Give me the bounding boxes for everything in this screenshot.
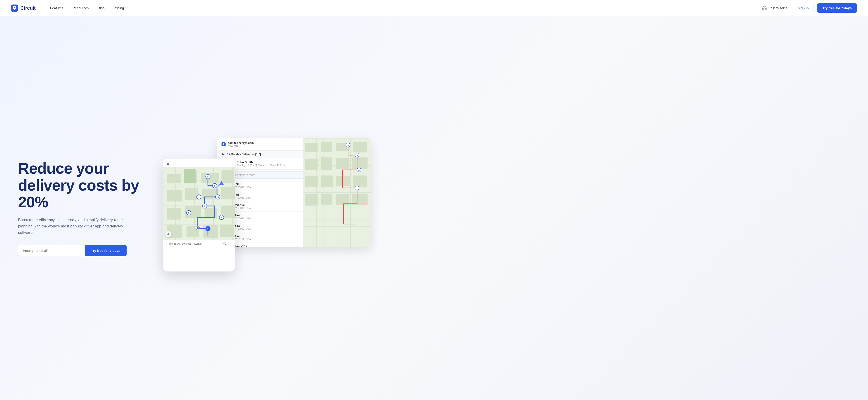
- navbar: Circuit Features Resources Blog Pricing …: [0, 0, 868, 16]
- nav-blog[interactable]: Blog: [94, 4, 108, 12]
- hero-content: Reduce your delivery costs by 20% Boost …: [18, 160, 149, 257]
- mobile-map-area: 9 8 10 1 7 2 3 5: [163, 168, 235, 240]
- mobile-footer-icons: 🔍 ⋮: [223, 242, 231, 245]
- hero-subtitle: Boost route efficiency, scale easily, an…: [18, 217, 127, 236]
- admin-email: admin@henrys.com ▾: [228, 141, 256, 144]
- desktop-header-left: admin@henrys.com ▾ New York: [221, 141, 256, 147]
- svg-text:7: 7: [357, 187, 358, 189]
- hero-section: Reduce your delivery costs by 20% Boost …: [0, 16, 868, 400]
- svg-text:7: 7: [188, 212, 189, 214]
- svg-text:3: 3: [221, 216, 222, 219]
- nav-links: Features Resources Blog Pricing: [46, 4, 758, 12]
- deliveries-section-title: Jan 3 / Monday Deliveries [1/2]: [221, 153, 261, 156]
- mobile-app-header: ☰: [163, 159, 235, 168]
- hero-visuals: ☰: [163, 145, 857, 271]
- desktop-app-mockup: admin@henrys.com ▾ New York Today New Yo…: [217, 138, 371, 247]
- svg-text:1: 1: [198, 196, 199, 198]
- search-icon[interactable]: 🔍: [223, 242, 226, 245]
- mobile-footer-text: Finish 18:00 · 10 stops · 42.5km: [166, 242, 202, 245]
- email-input[interactable]: [18, 245, 85, 256]
- compass-icon: ⊕: [165, 231, 171, 237]
- svg-text:5: 5: [207, 228, 209, 230]
- svg-text:9: 9: [357, 155, 358, 157]
- svg-point-18: [197, 227, 199, 229]
- desktop-route-path: 9 8 10 7: [303, 138, 371, 247]
- hero-cta-button[interactable]: Try free for 7 days: [85, 245, 127, 256]
- nav-resources[interactable]: Resources: [69, 4, 92, 12]
- nav-features[interactable]: Features: [46, 4, 67, 12]
- hamburger-icon: ☰: [166, 161, 169, 166]
- svg-text:8: 8: [348, 144, 349, 146]
- try-free-nav-button[interactable]: Try free for 7 days: [817, 3, 857, 13]
- svg-text:9: 9: [207, 176, 209, 178]
- hero-title: Reduce your delivery costs by 20%: [18, 160, 149, 210]
- route-path: 9 8 10 1 7 2 3 5: [163, 168, 235, 240]
- hero-cta-form: Try free for 7 days: [18, 245, 127, 256]
- svg-text:8: 8: [214, 185, 215, 187]
- more-options-icon[interactable]: ⋮: [229, 242, 231, 245]
- talk-to-sales-link[interactable]: Talk to sales: [758, 4, 791, 12]
- svg-text:10: 10: [217, 196, 219, 198]
- admin-info: admin@henrys.com ▾ New York: [228, 141, 256, 147]
- nav-pricing[interactable]: Pricing: [110, 4, 128, 12]
- svg-text:10: 10: [358, 169, 360, 171]
- logo-link[interactable]: Circuit: [11, 4, 36, 12]
- desktop-map-panel: 9 8 10 7: [303, 138, 371, 247]
- mobile-app-mockup: ☰: [163, 159, 235, 271]
- headset-icon: [762, 6, 767, 11]
- svg-text:2: 2: [204, 205, 205, 207]
- nav-actions: Talk to sales Sign in Try free for 7 day…: [758, 3, 857, 13]
- logo-icon: [11, 4, 18, 12]
- talk-to-sales-label: Talk to sales: [769, 6, 787, 10]
- mobile-app-footer: Finish 18:00 · 10 stops · 42.5km 🔍 ⋮: [163, 240, 235, 247]
- logo-text: Circuit: [20, 5, 36, 11]
- desktop-logo-icon: [221, 142, 225, 146]
- admin-location: New York: [228, 144, 256, 147]
- dropdown-chevron[interactable]: ▾: [255, 142, 256, 144]
- sign-in-button[interactable]: Sign in: [793, 4, 813, 12]
